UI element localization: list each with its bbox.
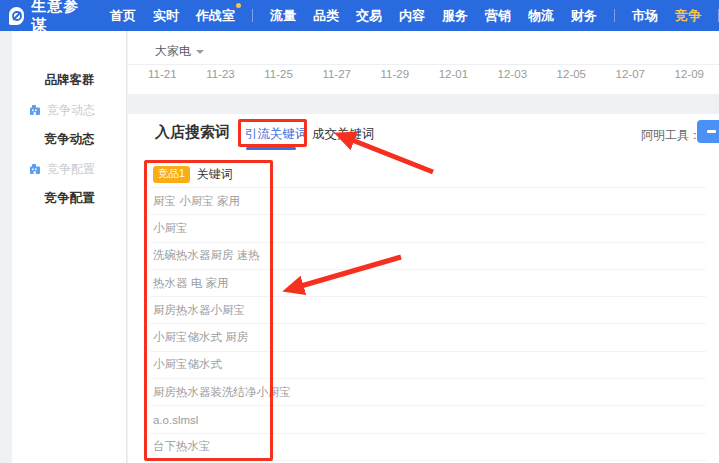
sidebar-item-brand-audience[interactable]: 品牌客群 [12, 70, 127, 90]
nav-item-service[interactable]: 服务 [442, 7, 468, 25]
nav-item-category[interactable]: 品类 [313, 7, 339, 25]
table-row: 小厨宝储水式 [150, 352, 706, 379]
active-tab-indicator [246, 147, 296, 150]
nav-item-marketing[interactable]: 营销 [485, 7, 511, 25]
table-row: 小厨宝 [150, 215, 706, 242]
navbar-divider [614, 9, 615, 22]
table-row: 洗碗热水器厨房 速热 [150, 243, 706, 270]
sidebar-item-competition-config-link[interactable]: 竞争配置 [29, 160, 95, 178]
building-icon [29, 104, 41, 116]
date-tick: 11-25 [264, 68, 293, 80]
brand-name: 生意参谋 [31, 0, 86, 35]
trend-card [128, 31, 719, 94]
date-tick: 12-07 [616, 68, 645, 80]
nav-item-trade[interactable]: 交易 [356, 7, 382, 25]
brand-logo-link[interactable]: 生意参谋 [9, 0, 86, 35]
category-dropdown[interactable]: 大家电 [155, 43, 204, 60]
date-tick: 11-29 [381, 68, 410, 80]
card-divider [128, 64, 719, 65]
notification-dot-icon [236, 3, 241, 8]
date-tick: 12-01 [439, 68, 468, 80]
navbar-menu: 首页 实时 作战室 流量 品类 交易 内容 服务 营销 物流 财务 市场 竞争 [110, 7, 719, 25]
date-tick: 12-09 [675, 68, 704, 80]
building-icon [29, 163, 41, 175]
date-tick: 11-27 [322, 68, 351, 80]
date-axis: 11-21 11-23 11-25 11-27 11-29 12-01 12-0… [148, 68, 704, 80]
date-tick: 12-03 [498, 68, 527, 80]
date-tick: 11-23 [206, 68, 235, 80]
tab-traffic-keywords[interactable]: 引流关键词 [245, 126, 308, 143]
minus-icon [707, 130, 716, 133]
keyword-table: 竞品1 关键词 厨宝 小厨宝 家用 小厨宝 洗碗热水器厨房 速热 热水器 电 家… [150, 161, 706, 461]
top-navbar: 生意参谋 首页 实时 作战室 流量 品类 交易 内容 服务 营销 物流 财务 市… [0, 0, 719, 31]
nav-item-traffic[interactable]: 流量 [270, 7, 296, 25]
sycm-logo-icon [9, 7, 24, 25]
sidebar-item-competition-config[interactable]: 竞争配置 [12, 188, 127, 208]
date-tick: 12-05 [557, 68, 586, 80]
navbar-divider [252, 9, 253, 22]
nav-item-warroom[interactable]: 作战室 [196, 7, 235, 25]
competitor-badge: 竞品1 [153, 166, 190, 183]
date-tick: 11-21 [148, 68, 177, 80]
sidebar-gutter [0, 31, 12, 463]
chevron-down-icon [196, 50, 204, 58]
nav-item-logistics[interactable]: 物流 [528, 7, 554, 25]
table-row: 热水器 电 家用 [150, 270, 706, 297]
nav-item-home[interactable]: 首页 [110, 7, 136, 25]
table-row: a.o.slmsl [150, 406, 706, 433]
section-title: 入店搜索词 [155, 123, 230, 142]
nav-item-realtime[interactable]: 实时 [153, 7, 179, 25]
nav-item-market[interactable]: 市场 [632, 7, 658, 25]
sidebar-item-competition-trends-link[interactable]: 竞争动态 [29, 101, 95, 119]
left-sidebar: 品牌客群 竞争动态 竞争动态 竞争配置 竞争配置 [0, 31, 127, 463]
table-row: 厨房热水器小厨宝 [150, 297, 706, 324]
nav-item-competition[interactable]: 竞争 [675, 7, 701, 25]
table-row: 厨宝 小厨宝 家用 [150, 188, 706, 215]
tools-label: 阿明工具： [641, 127, 701, 144]
sidebar-item-competition-trends[interactable]: 竞争动态 [12, 129, 127, 149]
table-row: 厨房热水器装洗结净小厨宝 [150, 379, 706, 406]
tab-transaction-keywords[interactable]: 成交关键词 [312, 126, 375, 143]
nav-item-finance[interactable]: 财务 [571, 7, 597, 25]
keyword-table-header: 竞品1 关键词 [150, 161, 706, 188]
tools-toggle-button[interactable] [697, 120, 719, 143]
table-row: 台下热水宝 [150, 434, 706, 461]
column-header-keyword: 关键词 [197, 166, 233, 183]
table-row: 小厨宝储水式 厨房 [150, 324, 706, 351]
nav-item-content[interactable]: 内容 [399, 7, 425, 25]
app-window: 生意参谋 首页 实时 作战室 流量 品类 交易 内容 服务 营销 物流 财务 市… [0, 0, 719, 463]
